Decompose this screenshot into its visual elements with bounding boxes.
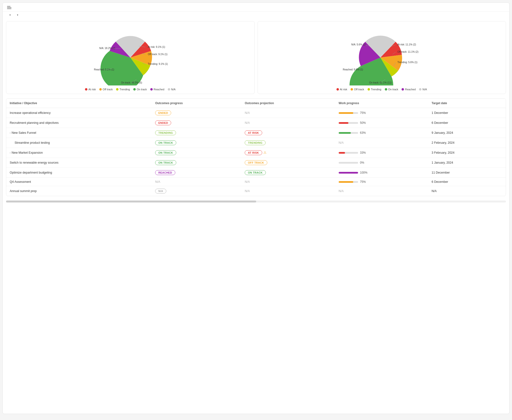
row-name: Q4 Assessment: [6, 178, 152, 186]
na-text: N/A: [339, 141, 344, 144]
row-outcomes-progress: ENDED: [152, 118, 241, 128]
row-target-date: 1 December: [428, 108, 506, 118]
chart2-area: At risk: 11.1% (2) Off track: 11.1% (2) …: [263, 27, 501, 85]
svg-text:Trending: 9.1% (1): Trending: 9.1% (1): [148, 63, 168, 65]
progress-bar-bg: [339, 181, 358, 183]
legend-trending: Trending: [116, 88, 130, 91]
progress-bar-wrap: 100%: [339, 171, 425, 174]
projection-badge: AT RISK: [245, 150, 262, 155]
progress-bar-bg: [339, 162, 358, 164]
svg-text:Off track: 11.1% (2): Off track: 11.1% (2): [397, 50, 419, 53]
row-outcomes-projection: N/A: [241, 118, 335, 128]
progress-bar-bg: [339, 112, 358, 114]
scrollbar-thumb[interactable]: [6, 201, 256, 202]
na-text: N/A: [155, 180, 160, 184]
row-name: ›New Market Expansion: [6, 148, 152, 158]
progress-bar-wrap: 0%: [339, 161, 425, 164]
svg-text:Off track: 9.1% (1): Off track: 9.1% (1): [148, 53, 168, 56]
row-name: ›New Sales Funnel: [6, 128, 152, 138]
row-name: Recruitment planning and objectives: [6, 118, 152, 128]
row-outcomes-progress: ON TRACK: [152, 158, 241, 168]
chart-outcomes: At risk: 11.1% (2) Off track: 11.1% (2) …: [258, 21, 506, 94]
table-row: Switch to renewable energy sourcesON TRA…: [6, 158, 506, 168]
progress-bar-bg: [339, 152, 358, 154]
row-outcomes-projection: ON TRACK: [241, 168, 335, 178]
horizontal-scrollbar[interactable]: [6, 201, 506, 202]
na-text: N/A: [245, 121, 250, 125]
pct-text: 100%: [360, 171, 368, 174]
toolbar: ▾ ▾: [3, 12, 509, 19]
progress-bar-wrap: 50%: [339, 121, 425, 125]
progress-bar-wrap: 75%: [339, 111, 425, 115]
svg-text:On track: 45.5% (5): On track: 45.5% (5): [121, 81, 142, 84]
progress-bar-wrap: 75%: [339, 180, 425, 184]
col-outcomes-projection: Outcomes projection: [241, 99, 335, 108]
slice-selector[interactable]: ▾: [15, 14, 18, 16]
charts-row: At risk: 9.1% (1) Off track: 9.1% (1) Tr…: [3, 19, 509, 96]
row-work-progress: 75%: [335, 108, 428, 118]
row-outcomes-projection: N/A: [241, 178, 335, 186]
level-selector[interactable]: ▾: [7, 14, 11, 16]
level-chevron: ▾: [9, 14, 11, 16]
svg-text:At risk: 9.1% (1): At risk: 9.1% (1): [148, 46, 165, 48]
row-outcomes-projection: N/A: [241, 186, 335, 196]
menu-icon[interactable]: [7, 6, 11, 9]
legend2-at-risk: At risk: [336, 88, 347, 91]
row-outcomes-progress: N/A: [152, 178, 241, 186]
pct-text: 75%: [360, 111, 367, 115]
chart1-legend: At risk Off track Trending On track Reac…: [11, 88, 250, 91]
row-outcomes-projection: AT RISK⚠: [241, 148, 335, 158]
row-name: Switch to renewable energy sources: [6, 158, 152, 168]
alert-icon: ⚠: [263, 151, 267, 154]
pct-text: 33%: [360, 151, 367, 154]
row-outcomes-projection: TRENDING: [241, 138, 335, 148]
chart2-legend: At risk Off track Trending On track Reac…: [263, 88, 501, 91]
row-work-progress: 50%: [335, 118, 428, 128]
expand-icon[interactable]: ›: [10, 151, 11, 154]
row-outcomes-projection: N/A: [241, 108, 335, 118]
row-target-date: 1 January, 2024: [428, 158, 506, 168]
status-badge: ENDED: [155, 120, 171, 125]
na-text: N/A: [339, 189, 344, 193]
status-badge: N/A: [155, 189, 166, 193]
row-target-date: 3 February, 2024: [428, 148, 506, 158]
slice-chevron: ▾: [17, 14, 18, 16]
status-badge: TRENDING: [155, 130, 176, 135]
expand-icon[interactable]: ›: [10, 131, 11, 134]
row-target-date: 11 December: [428, 168, 506, 178]
svg-text:Reached: 5.6% (1): Reached: 5.6% (1): [343, 68, 363, 71]
legend2-reached: Reached: [402, 88, 416, 91]
row-work-progress: N/A: [335, 186, 428, 196]
header: [3, 3, 509, 12]
row-target-date: N/A: [428, 186, 506, 196]
initiatives-table: Initiative / Objective Outcomes progress…: [6, 99, 506, 196]
row-work-progress: 0%: [335, 158, 428, 168]
pct-text: 75%: [360, 180, 367, 184]
svg-text:N/A: 18.2% (2): N/A: 18.2% (2): [99, 47, 115, 50]
row-name: Streamline product testing: [6, 138, 152, 148]
row-outcomes-progress: ON TRACK: [152, 148, 241, 158]
legend-at-risk: At risk: [85, 88, 96, 91]
legend2-on-track: On track: [385, 88, 398, 91]
row-name: Optimize department budgeting: [6, 168, 152, 178]
status-badge: REACHED: [155, 170, 175, 175]
row-work-progress: 100%: [335, 168, 428, 178]
chart1-area: At risk: 9.1% (1) Off track: 9.1% (1) Tr…: [11, 27, 250, 85]
legend2-trending: Trending: [368, 88, 381, 91]
table-row: Recruitment planning and objectivesENDED…: [6, 118, 506, 128]
status-badge: ON TRACK: [155, 160, 176, 165]
row-outcomes-progress: TRENDING: [152, 128, 241, 138]
projection-badge: OFF TRACK: [245, 160, 267, 165]
row-target-date: 6 December: [428, 178, 506, 186]
projection-badge: ON TRACK: [245, 170, 266, 175]
row-work-progress: 75%: [335, 178, 428, 186]
row-name: Annual summit prep: [6, 186, 152, 196]
row-outcomes-progress: ENDED: [152, 108, 241, 118]
progress-bar-wrap: 63%: [339, 131, 425, 134]
more-menu-button[interactable]: [501, 7, 505, 8]
table-header-row: Initiative / Objective Outcomes progress…: [6, 99, 506, 108]
row-outcomes-projection: OFF TRACK: [241, 158, 335, 168]
chart-initiatives: At risk: 9.1% (1) Off track: 9.1% (1) Tr…: [6, 21, 255, 94]
row-target-date: 2 February, 2024: [428, 138, 506, 148]
progress-bar-bg: [339, 122, 358, 124]
